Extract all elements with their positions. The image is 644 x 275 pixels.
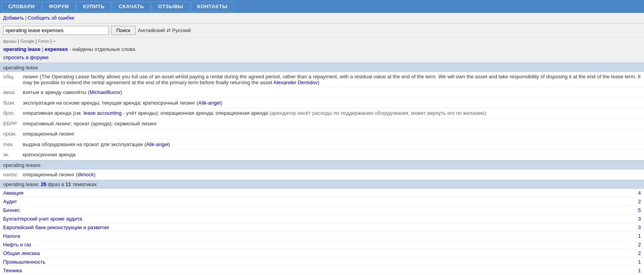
nav-otzyvy-btn[interactable]: ОТЗЫВЫ xyxy=(152,2,190,11)
entry-obsh: общ. лизинг (The Operating Lease facilit… xyxy=(0,72,644,87)
category-ebrr-count: 3 xyxy=(638,224,641,230)
entry-buhg: бухг. оперативная аренда (см. lease acco… xyxy=(0,108,644,119)
category-row-neft: Нефть и газ 2 xyxy=(0,241,644,249)
result-word1-link[interactable]: operating lease xyxy=(3,46,40,52)
nav-kontakty-btn[interactable]: КОНТАКТЫ xyxy=(191,2,234,11)
category-row-biznes: Бизнес 5 xyxy=(0,206,644,215)
text-avia: взятые в аренду самолёты (MichaelBurov) xyxy=(23,89,641,96)
category-aviatsiya-count: 4 xyxy=(638,190,641,196)
category-biznes-count: 5 xyxy=(638,207,641,213)
phrases-topics: 11 xyxy=(65,181,71,187)
domain-bizn: бизн. xyxy=(3,99,23,107)
result-suffix: - найдены отдельные слова xyxy=(69,46,135,52)
category-promysh-count: 1 xyxy=(638,259,641,265)
category-row-buhuchet: Бухгалтерский учет кроме аудита 3 xyxy=(0,215,644,223)
entry-prom: пром. операционный лизинг xyxy=(0,129,644,139)
nav-skachat-btn[interactable]: СКАЧАТЬ xyxy=(112,2,150,11)
entry-avia: авиа. взятые в аренду самолёты (MichaelB… xyxy=(0,87,644,98)
text-buhg: оперативная аренда (см. lease accounting… xyxy=(23,109,641,117)
text-prom: операционный лизинг xyxy=(23,130,641,138)
category-row-technika: Техника 1 xyxy=(0,266,644,275)
result-word2-link[interactable]: expenses xyxy=(45,46,68,52)
entry-ebrr: ЕБРР оперативный лизинг; прокат (аренда)… xyxy=(0,119,644,129)
lang-selector: Английский ⇄ Русский xyxy=(138,27,191,33)
domain-obsh: общ. xyxy=(3,74,23,85)
text-ebrr: оперативный лизинг; прокат (аренда); сер… xyxy=(23,120,641,128)
category-audit-count: 2 xyxy=(638,199,641,204)
category-promysh-link[interactable]: Промышленность xyxy=(3,259,45,265)
top-links: Добавить | Сообщить об ошибке xyxy=(0,13,644,24)
forvo-link[interactable]: Forvo xyxy=(38,39,49,43)
result-info: operating lease | expenses - найдены отд… xyxy=(0,45,644,54)
domain-tech: тех. xyxy=(3,141,23,148)
entry-ek: эк. краткосрочная аренда xyxy=(0,150,644,160)
category-row-promysh: Промышленность 1 xyxy=(0,258,644,266)
category-audit-link[interactable]: Аудит xyxy=(3,199,17,204)
author-alik-angel-tech[interactable]: Alik-angel xyxy=(146,141,168,147)
category-buhuchet-link[interactable]: Бухгалтерский учет кроме аудита xyxy=(3,216,82,222)
text-obsh: лизинг (The Operating Lease facility all… xyxy=(23,74,641,85)
category-row-aviatsiya: Авиация 4 xyxy=(0,189,644,197)
entry-bizn: бизн. эксплуатация на основе аренды; тек… xyxy=(0,98,644,109)
author-michaelburov[interactable]: MichaelBurov xyxy=(90,89,121,95)
category-nalogi-link[interactable]: Налоги xyxy=(3,233,20,239)
ask-forum-link[interactable]: спросить в форуме xyxy=(3,54,49,60)
section1-header: operating lease xyxy=(0,63,644,72)
text-bizn: эксплуатация на основе аренды; текущая а… xyxy=(23,99,641,107)
ask-forum: спросить в форуме xyxy=(0,54,644,63)
author-alik-angel-bizn[interactable]: Alik-angel xyxy=(198,100,221,106)
category-neft-link[interactable]: Нефть и газ xyxy=(3,242,31,248)
phrases-header: operating lease: 25 фраз в 11 тематиках xyxy=(0,180,644,189)
domain-avia: авиа. xyxy=(3,89,23,96)
category-row-nalogi: Налоги 1 xyxy=(0,232,644,241)
category-row-obshaya: Общая лексика 2 xyxy=(0,249,644,258)
category-obshaya-link[interactable]: Общая лексика xyxy=(3,250,40,256)
category-row-ebrr: Европейский банк реконструкции и развити… xyxy=(0,223,644,232)
nav-slovari-btn[interactable]: СЛОВАРИ xyxy=(2,2,41,11)
search-input[interactable] xyxy=(3,26,109,35)
domain-ebrr: ЕБРР xyxy=(3,120,23,128)
phrases-term: operating lease xyxy=(3,181,38,187)
search-button[interactable]: Поиск xyxy=(111,26,135,35)
category-obshaya-count: 2 xyxy=(638,250,641,256)
text-nalog: операционный лизинг (dimock) xyxy=(23,171,641,179)
nav-kupit-btn[interactable]: КУПИТЬ xyxy=(76,2,111,11)
author-dimock[interactable]: dimock xyxy=(78,172,94,177)
domain-buhg: бухг. xyxy=(3,109,23,117)
category-technika-link[interactable]: Техника xyxy=(3,268,22,273)
sub-links: фразы | Google | Forvo | – xyxy=(0,38,644,45)
section2-header: operating leases xyxy=(0,160,644,170)
google-link[interactable]: Google xyxy=(20,39,34,43)
section1: operating lease общ. лизинг (The Operati… xyxy=(0,63,644,275)
phrases-link[interactable]: фразы xyxy=(3,39,16,43)
nav-forum-btn[interactable]: ФОРУМ xyxy=(42,2,76,11)
search-area: Поиск Английский ⇄ Русский xyxy=(0,24,644,38)
category-buhuchet-count: 3 xyxy=(638,216,641,222)
author-alexander[interactable]: Alexander Demidov xyxy=(273,80,317,85)
entry-nalog: налог. операционный лизинг (dimock) xyxy=(0,170,644,180)
category-row-audit: Аудит 2 xyxy=(0,197,644,206)
category-aviatsiya-link[interactable]: Авиация xyxy=(3,190,23,196)
phrases-count: 25 xyxy=(41,181,46,187)
report-link[interactable]: Сообщить об ошибке xyxy=(28,15,74,21)
domain-prom: пром. xyxy=(3,130,23,138)
navbar: СЛОВАРИ ФОРУМ КУПИТЬ СКАЧАТЬ ОТЗЫВЫ КОНТ… xyxy=(0,0,644,13)
category-technika-count: 1 xyxy=(638,268,641,273)
text-ek: краткосрочная аренда xyxy=(23,151,641,159)
category-neft-count: 2 xyxy=(638,242,641,248)
category-biznes-link[interactable]: Бизнес xyxy=(3,207,20,213)
text-tech: выдача оборудования на прокат для эксплу… xyxy=(23,141,641,148)
entry-tech: тех. выдача оборудования на прокат для э… xyxy=(0,139,644,150)
category-nalogi-count: 1 xyxy=(638,233,641,239)
domain-ek: эк. xyxy=(3,151,23,159)
domain-nalog: налог. xyxy=(3,171,23,179)
lease-accounting-link[interactable]: lease accounting xyxy=(83,110,122,116)
category-ebrr-link[interactable]: Европейский банк реконструкции и развити… xyxy=(3,224,109,230)
add-link[interactable]: Добавить xyxy=(3,15,24,21)
